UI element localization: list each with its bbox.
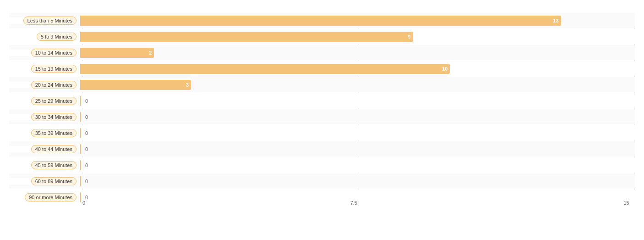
bar-fill: 13 <box>80 16 561 26</box>
bar-row: 45 to 59 Minutes0 <box>9 157 635 173</box>
bar-track: 13 <box>80 16 635 26</box>
bar-fill <box>80 144 81 154</box>
bars-area: Less than 5 Minutes135 to 9 Minutes910 t… <box>9 13 635 194</box>
bar-value: 0 <box>85 114 88 120</box>
bar-label: 25 to 29 Minutes <box>9 98 80 104</box>
bar-row: 5 to 9 Minutes9 <box>9 29 635 44</box>
bar-value-inside: 13 <box>553 18 561 23</box>
bar-fill: 2 <box>80 48 154 58</box>
bar-track: 3 <box>80 80 635 90</box>
bar-value-inside: 10 <box>442 66 450 72</box>
bar-value: 0 <box>85 130 88 136</box>
bar-row: Less than 5 Minutes13 <box>9 13 635 28</box>
bar-track: 0 <box>80 144 635 154</box>
bar-track: 0 <box>80 176 635 186</box>
bar-label: 30 to 34 Minutes <box>9 114 80 120</box>
bar-fill <box>80 160 81 170</box>
bar-fill: 10 <box>80 64 450 74</box>
bar-row: 15 to 19 Minutes10 <box>9 61 635 76</box>
bar-track: 0 <box>80 96 635 106</box>
x-tick: 0 <box>82 200 85 206</box>
bar-fill <box>80 192 81 202</box>
x-tick: 15 <box>623 200 629 206</box>
x-axis: 07.515 <box>82 200 635 206</box>
bar-fill <box>80 112 81 122</box>
bar-value-inside: 9 <box>408 34 413 39</box>
bar-fill: 9 <box>80 32 413 42</box>
bar-value: 0 <box>85 162 88 168</box>
bar-label: 15 to 19 Minutes <box>9 66 80 72</box>
bar-fill <box>80 128 81 138</box>
bar-label: 20 to 24 Minutes <box>9 82 80 88</box>
bar-row: 20 to 24 Minutes3 <box>9 77 635 92</box>
bar-value-inside: 2 <box>149 50 154 56</box>
bar-label: 5 to 9 Minutes <box>9 33 80 40</box>
bar-row: 30 to 34 Minutes0 <box>9 109 635 124</box>
chart-area: Less than 5 Minutes135 to 9 Minutes910 t… <box>9 13 635 206</box>
bar-label: 40 to 44 Minutes <box>9 146 80 152</box>
bar-track: 0 <box>80 160 635 170</box>
bar-label: 60 to 89 Minutes <box>9 178 80 184</box>
x-tick: 7.5 <box>350 200 357 206</box>
bar-row: 60 to 89 Minutes0 <box>9 173 635 189</box>
bar-row: 40 to 44 Minutes0 <box>9 141 635 156</box>
bar-value: 0 <box>85 98 88 104</box>
bar-label: 45 to 59 Minutes <box>9 162 80 168</box>
bar-track: 9 <box>80 32 635 42</box>
bar-value: 0 <box>85 195 88 200</box>
chart-container: Less than 5 Minutes135 to 9 Minutes910 t… <box>0 0 644 240</box>
bar-fill <box>80 176 81 186</box>
bar-value: 0 <box>85 146 88 152</box>
bar-track: 0 <box>80 128 635 138</box>
bar-label: 10 to 14 Minutes <box>9 50 80 56</box>
bar-track: 2 <box>80 48 635 58</box>
bar-value-inside: 3 <box>186 82 191 88</box>
bar-label: 35 to 39 Minutes <box>9 130 80 136</box>
bar-track: 0 <box>80 112 635 122</box>
bar-label: Less than 5 Minutes <box>9 17 80 24</box>
bar-value: 0 <box>85 179 88 184</box>
bar-track: 10 <box>80 64 635 74</box>
bar-fill: 3 <box>80 80 191 90</box>
bar-row: 35 to 39 Minutes0 <box>9 125 635 140</box>
bar-label: 90 or more Minutes <box>9 194 80 201</box>
bar-row: 10 to 14 Minutes2 <box>9 45 635 60</box>
bar-fill <box>80 96 81 106</box>
bar-row: 25 to 29 Minutes0 <box>9 93 635 108</box>
